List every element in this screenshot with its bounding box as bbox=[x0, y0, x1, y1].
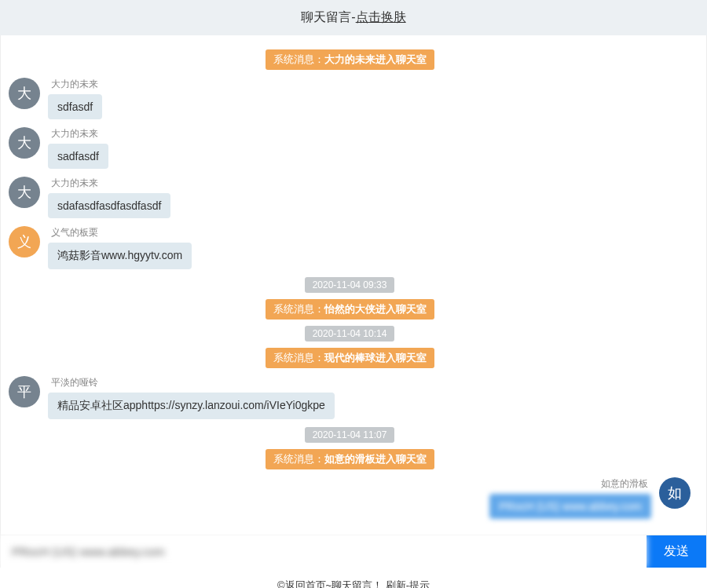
message-bubble: 精品安卓社区apphttps://synzy.lanzoui.com/iVIeY… bbox=[48, 393, 335, 419]
message-input[interactable] bbox=[1, 535, 647, 568]
username: 平淡的哑铃 bbox=[48, 376, 335, 389]
system-message-text: 系统消息：现代的棒球进入聊天室 bbox=[266, 348, 434, 368]
timestamp-text: 2020-11-04 11:07 bbox=[305, 427, 395, 443]
message-row: 如如意的滑板PRocH (US) www.abbey.com bbox=[9, 477, 691, 519]
footer: ©返回首页~聊天留言！ 刷新-提示 bbox=[0, 568, 707, 588]
message-row: 平平淡的哑铃精品安卓社区apphttps://synzy.lanzoui.com… bbox=[9, 376, 691, 419]
username: 如意的滑板 bbox=[598, 477, 651, 491]
message-bubble: sadfasdf bbox=[48, 144, 108, 169]
header-title: 聊天留言 bbox=[301, 10, 351, 24]
avatar[interactable]: 大 bbox=[9, 127, 40, 159]
timestamp-text: 2020-11-04 10:14 bbox=[305, 326, 395, 341]
refresh-link[interactable]: 刷新 bbox=[386, 579, 406, 588]
avatar[interactable]: 如 bbox=[659, 477, 691, 509]
username: 大力的未来 bbox=[48, 127, 108, 141]
message-bubble: sdafasdfasdfasdfasdf bbox=[48, 193, 170, 218]
chat-area: 系统消息：大力的未来进入聊天室大大力的未来sdfasdf大大力的未来sadfas… bbox=[0, 35, 707, 535]
avatar[interactable]: 义 bbox=[9, 226, 40, 257]
message-content: 如意的滑板PRocH (US) www.abbey.com bbox=[489, 477, 651, 519]
username: 义气的板栗 bbox=[48, 226, 192, 239]
system-message-text: 系统消息：如意的滑板进入聊天室 bbox=[266, 449, 434, 469]
avatar[interactable]: 大 bbox=[9, 78, 40, 109]
message-bubble: sdfasdf bbox=[48, 94, 102, 119]
system-message: 系统消息：现代的棒球进入聊天室 bbox=[9, 348, 691, 368]
message-content: 大力的未来sdfasdf bbox=[48, 78, 102, 119]
message-row: 大大力的未来sadfasdf bbox=[9, 127, 691, 169]
message-bubble: 鸿菇影音www.hgyytv.com bbox=[48, 243, 192, 269]
avatar[interactable]: 平 bbox=[9, 376, 40, 407]
message-row: 义义气的板栗鸿菇影音www.hgyytv.com bbox=[9, 226, 691, 269]
system-message-text: 系统消息：怡然的大侠进入聊天室 bbox=[266, 299, 434, 320]
timestamp: 2020-11-04 09:33 bbox=[9, 277, 691, 293]
message-row: 大大力的未来sdfasdf bbox=[9, 78, 691, 119]
timestamp: 2020-11-04 10:14 bbox=[9, 326, 691, 341]
system-message: 系统消息：如意的滑板进入聊天室 bbox=[9, 449, 691, 469]
change-skin-link[interactable]: 点击换肤 bbox=[356, 10, 406, 24]
input-area: 发送 bbox=[0, 535, 707, 568]
tip-link[interactable]: 提示 bbox=[409, 579, 430, 588]
message-content: 义气的板栗鸿菇影音www.hgyytv.com bbox=[48, 226, 192, 269]
system-message-text: 系统消息：大力的未来进入聊天室 bbox=[266, 49, 434, 70]
footer-copy: © bbox=[277, 579, 285, 588]
message-content: 大力的未来sdafasdfasdfasdfasdf bbox=[48, 177, 170, 218]
system-message: 系统消息：大力的未来进入聊天室 bbox=[9, 49, 691, 70]
username: 大力的未来 bbox=[48, 78, 102, 91]
header: 聊天留言-点击换肤 bbox=[0, 0, 707, 35]
username: 大力的未来 bbox=[48, 177, 170, 190]
send-button[interactable]: 发送 bbox=[647, 535, 706, 568]
message-content: 平淡的哑铃精品安卓社区apphttps://synzy.lanzoui.com/… bbox=[48, 376, 335, 419]
message-content: 大力的未来sadfasdf bbox=[48, 127, 108, 169]
message-row: 大大力的未来sdafasdfasdfasdfasdf bbox=[9, 177, 691, 218]
timestamp: 2020-11-04 11:07 bbox=[9, 427, 691, 443]
system-message: 系统消息：怡然的大侠进入聊天室 bbox=[9, 299, 691, 320]
timestamp-text: 2020-11-04 09:33 bbox=[305, 277, 395, 293]
footer-mid: ~聊天留言！ bbox=[326, 579, 386, 588]
home-link[interactable]: 返回首页 bbox=[285, 579, 326, 588]
avatar[interactable]: 大 bbox=[9, 177, 40, 208]
message-bubble: PRocH (US) www.abbey.com bbox=[489, 494, 651, 519]
